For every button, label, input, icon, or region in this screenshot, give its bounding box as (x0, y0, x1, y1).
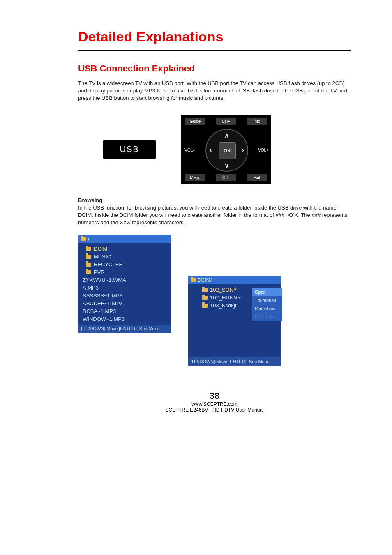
ok-button[interactable]: OK (219, 142, 236, 159)
list-item[interactable]: SSSSSS~1.MP3 (78, 292, 171, 299)
dpad-ring: ∧ ∨ ‹ › OK (205, 129, 248, 172)
browsing-body: In the USB function, for browsing pictur… (78, 205, 347, 226)
panel-left-footer: [UP/DOWN]:Move [ENTER]: Sub Menu (78, 325, 171, 333)
list-item[interactable]: PVR (78, 268, 171, 276)
dpad-down-icon[interactable]: ∨ (224, 161, 229, 169)
panel-left-path: / (88, 236, 89, 242)
channel-up-button[interactable]: CH+ (216, 118, 236, 125)
footer-url: www.SCEPTRE.com (78, 401, 351, 407)
list-item[interactable]: A.MP3 (78, 284, 171, 292)
panel-left-header: / (78, 235, 171, 243)
dpad-left-icon[interactable]: ‹ (210, 146, 212, 154)
page-title: Detailed Explanations (78, 29, 351, 45)
list-item[interactable]: ABCDEF~1.MP3 (78, 299, 171, 307)
panel-right-path: DCIM/ (198, 277, 212, 283)
list-item[interactable]: MUSIC (78, 253, 171, 260)
folder-icon (191, 278, 196, 282)
exit-button[interactable]: Exit (247, 174, 267, 181)
folder-icon (86, 270, 91, 274)
panel-right-footer: [UP/DOWN]:Move [ENTER]: Sub Menu (188, 357, 281, 366)
context-slideshow[interactable]: Slideshow (252, 304, 282, 313)
info-button[interactable]: Info (247, 118, 267, 125)
guide-button[interactable]: Guide (185, 118, 205, 125)
page-footer: 38 www.SCEPTRE.com SCEPTRE E246BV-FHD HD… (78, 391, 351, 413)
browsing-heading: Browsing (78, 197, 102, 203)
dpad-right-icon[interactable]: › (242, 146, 244, 154)
context-thumbnail[interactable]: Thumbnail (252, 296, 282, 304)
menu-button[interactable]: Menu (185, 174, 205, 181)
folder-icon (86, 263, 91, 267)
dpad-up-icon[interactable]: ∧ (224, 131, 229, 139)
context-play: Play Music (252, 313, 282, 321)
remote-pad: Guide CH+ Info Menu CH- Exit VOL- VOL+ ∧… (181, 115, 271, 184)
context-open[interactable]: Open (252, 288, 282, 296)
list-item[interactable]: RECYCLER (78, 260, 171, 268)
file-browser-left: / DCIM MUSIC RECYCLER PVR ZYXWVU~1.WMA A… (78, 235, 171, 333)
folder-icon (202, 288, 208, 292)
channel-down-button[interactable]: CH- (216, 174, 236, 181)
section-subtitle: USB Connection Explained (78, 63, 351, 74)
folder-icon (202, 304, 208, 308)
folder-icon (81, 237, 86, 241)
list-item[interactable]: WINDOW~1.MP3 (78, 315, 171, 323)
panel-right-header: DCIM/ (188, 276, 281, 284)
list-item[interactable]: ZYXWVU~1.WMA (78, 276, 171, 284)
footer-model: SCEPTRE E246BV-FHD HDTV User Manual (78, 407, 351, 413)
divider (78, 50, 351, 51)
folder-icon (86, 247, 91, 251)
volume-down-label[interactable]: VOL- (183, 147, 196, 154)
usb-button[interactable]: USB (103, 140, 156, 159)
file-browser-right: DCIM/ 102_SONY 102_HUNNY 103_Ksdkjf Open… (188, 276, 281, 366)
folder-icon (202, 296, 208, 300)
context-menu: Open Thumbnail Slideshow Play Music (252, 288, 282, 321)
folder-icon (86, 255, 91, 259)
list-item[interactable]: DCIM (78, 245, 171, 253)
intro-text: The TV is a widescreen TV with an USB po… (78, 80, 351, 102)
list-item[interactable]: DCBA~1.MP3 (78, 307, 171, 315)
volume-up-label[interactable]: VOL+ (256, 147, 269, 154)
page-number: 38 (78, 391, 351, 401)
